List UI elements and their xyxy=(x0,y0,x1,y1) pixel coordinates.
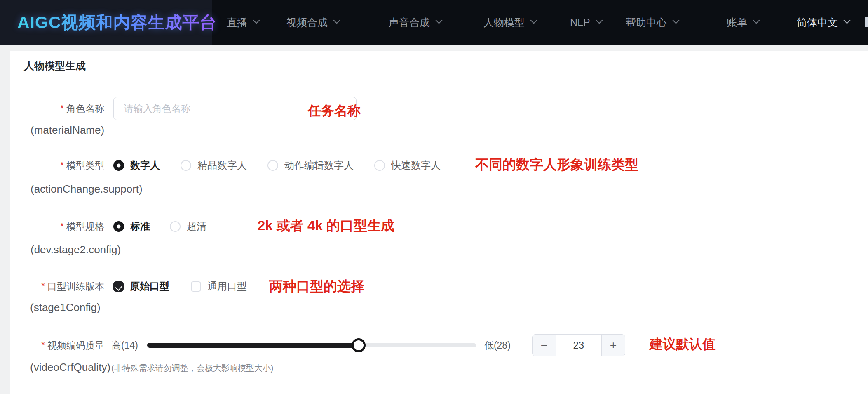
field-code-model-spec: (dev.stage2.config) xyxy=(30,243,121,256)
nav-item-label: 帮助中心 xyxy=(626,16,667,29)
nav-item-label: 人物模型 xyxy=(483,16,525,29)
checkbox-option-original-lip[interactable]: 原始口型 xyxy=(113,280,169,293)
nav-item-live[interactable]: 直播 xyxy=(227,0,259,45)
annotation-model-type: 不同的数字人形象训练类型 xyxy=(475,156,638,174)
nav-item-voice-synthesis[interactable]: 声音合成 xyxy=(389,0,441,45)
form-row-model-spec: *模型规格 标准 超清 xyxy=(10,219,868,234)
slider-track-filled[interactable] xyxy=(147,343,359,348)
chevron-down-icon xyxy=(673,17,680,24)
screen: AIGC视频和内容生成平台 直播 视频合成 声音合成 人物模型 NLP 帮助中心… xyxy=(0,0,868,394)
annotation-model-spec: 2k 或者 4k 的口型生成 xyxy=(258,217,394,235)
slider-handle[interactable] xyxy=(352,338,366,352)
stepper-increase-button[interactable]: + xyxy=(601,335,625,356)
nav-item-label: 声音合成 xyxy=(389,16,430,29)
form-row-material-name: *角色名称 xyxy=(10,97,868,120)
nav-item-label: 视频合成 xyxy=(286,16,328,29)
radio-unselected-icon xyxy=(267,160,278,171)
nav-item-nlp[interactable]: NLP xyxy=(570,0,602,45)
chevron-down-icon xyxy=(844,17,851,24)
field-code-model-type: (actionChange.support) xyxy=(30,183,143,196)
field-label-video-crf: *视频编码质量 xyxy=(10,339,104,352)
nav-item-character-model[interactable]: 人物模型 xyxy=(483,0,536,45)
form-row-lip-version: *口型训练版本 原始口型 通用口型 xyxy=(10,279,868,294)
partial-nav-item xyxy=(865,17,868,27)
checkbox-option-general-lip[interactable]: 通用口型 xyxy=(191,280,247,293)
chevron-down-icon xyxy=(253,17,260,24)
chevron-down-icon xyxy=(753,17,760,24)
field-code-video-crf: (videoCrfQuality)(非特殊需求请勿调整，会极大影响模型大小) xyxy=(30,361,273,374)
radio-unselected-icon xyxy=(170,221,181,232)
required-asterisk: * xyxy=(60,221,64,232)
chevron-down-icon xyxy=(333,17,340,24)
radio-selected-icon xyxy=(113,221,124,232)
radio-option-premium-digital-human[interactable]: 精品数字人 xyxy=(181,159,247,172)
field-code-text: (videoCrfQuality) xyxy=(30,361,110,373)
required-asterisk: * xyxy=(41,281,45,292)
chevron-down-icon xyxy=(596,17,603,24)
radio-selected-icon xyxy=(113,160,124,171)
required-asterisk: * xyxy=(41,340,45,351)
top-navbar: AIGC视频和内容生成平台 直播 视频合成 声音合成 人物模型 NLP 帮助中心… xyxy=(0,0,868,45)
checkbox-unchecked-icon xyxy=(191,281,201,292)
nav-item-language[interactable]: 简体中文 xyxy=(797,0,849,45)
chevron-down-icon xyxy=(530,17,537,24)
nav-item-label: 简体中文 xyxy=(797,16,838,29)
page-title: 人物模型生成 xyxy=(24,59,86,73)
nav-item-label: 直播 xyxy=(227,16,247,29)
required-asterisk: * xyxy=(60,160,64,171)
field-code-material-name: (materialName) xyxy=(30,124,104,137)
video-crf-stepper: − 23 + xyxy=(532,334,625,356)
field-label-model-type: *模型类型 xyxy=(10,159,104,172)
nav-item-label: NLP xyxy=(570,17,590,28)
required-asterisk: * xyxy=(60,103,64,114)
content-card: 人物模型生成 *角色名称 任务名称 (materialName) *模型类型 数… xyxy=(10,51,868,394)
logo[interactable]: AIGC视频和内容生成平台 xyxy=(0,0,212,45)
radio-option-action-edit-digital-human[interactable]: 动作编辑数字人 xyxy=(267,159,354,172)
field-label-model-spec: *模型规格 xyxy=(10,220,104,233)
radio-option-standard[interactable]: 标准 xyxy=(113,220,150,233)
nav-item-billing[interactable]: 账单 xyxy=(727,0,759,45)
slider-max-label: 低(28) xyxy=(484,339,511,352)
slider-min-label: 高(14) xyxy=(112,339,138,352)
annotation-lip-version: 两种口型的选择 xyxy=(269,277,364,296)
nav-item-label: 账单 xyxy=(727,16,747,29)
field-label-lip-version: *口型训练版本 xyxy=(10,280,104,293)
nav-item-help-center[interactable]: 帮助中心 xyxy=(626,0,678,45)
logo-text: AIGC视频和内容生成平台 xyxy=(17,11,217,34)
radio-unselected-icon xyxy=(374,160,385,171)
annotation-video-crf: 建议默认值 xyxy=(650,335,716,354)
radio-option-ultra-hd[interactable]: 超清 xyxy=(170,220,206,233)
video-crf-slider[interactable] xyxy=(147,338,476,353)
field-note: (非特殊需求请勿调整，会极大影响模型大小) xyxy=(111,363,273,373)
field-label-material-name: *角色名称 xyxy=(10,102,104,115)
form-row-video-crf: *视频编码质量 高(14) 低(28) − 23 + xyxy=(10,334,868,356)
slider-track-rest[interactable] xyxy=(359,343,476,347)
annotation-task-name: 任务名称 xyxy=(308,102,361,120)
checkbox-checked-icon xyxy=(113,281,124,292)
nav-item-video-synthesis[interactable]: 视频合成 xyxy=(286,0,339,45)
radio-option-fast-digital-human[interactable]: 快速数字人 xyxy=(374,159,441,172)
stepper-value[interactable]: 23 xyxy=(556,335,601,356)
radio-unselected-icon xyxy=(181,160,191,171)
radio-option-digital-human[interactable]: 数字人 xyxy=(113,159,160,172)
field-code-lip-version: (stage1Config) xyxy=(30,301,101,314)
chevron-down-icon xyxy=(436,17,443,24)
form-row-model-type: *模型类型 数字人 精品数字人 动作编辑数字人 快速数字人 xyxy=(10,158,868,173)
stepper-decrease-button[interactable]: − xyxy=(533,335,556,356)
